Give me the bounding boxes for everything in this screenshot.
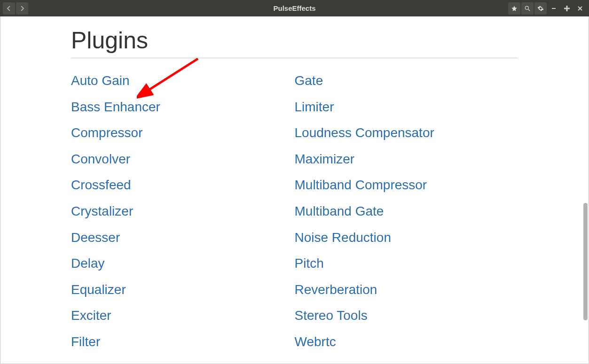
gear-icon: [537, 5, 544, 12]
svg-line-1: [528, 9, 530, 11]
scrollbar-thumb[interactable]: [583, 203, 588, 320]
plugin-link-multiband-gate[interactable]: Multiband Gate: [295, 198, 518, 225]
plugin-link-multiband-compressor[interactable]: Multiband Compressor: [295, 172, 518, 198]
plugin-link-crossfeed[interactable]: Crossfeed: [71, 172, 295, 198]
plugin-link-exciter[interactable]: Exciter: [71, 302, 295, 329]
nav-buttons: [3, 2, 28, 15]
plugin-link-limiter[interactable]: Limiter: [295, 94, 518, 120]
plugin-link-gate[interactable]: Gate: [295, 68, 518, 94]
plugin-column-left: Auto Gain Bass Enhancer Compressor Convo…: [71, 68, 295, 355]
content-wrapper: Plugins Auto Gain Bass Enhancer Compress…: [0, 16, 589, 364]
favorite-button[interactable]: [508, 2, 520, 15]
close-button[interactable]: [574, 2, 586, 15]
plugin-link-compressor[interactable]: Compressor: [71, 120, 295, 146]
titlebar: PulseEffects: [0, 0, 589, 16]
arrow-right-icon: [19, 6, 25, 11]
plugin-link-loudness-compensator[interactable]: Loudness Compensator: [295, 120, 518, 146]
right-buttons: [508, 2, 586, 15]
minimize-icon: [551, 6, 556, 11]
back-button[interactable]: [3, 2, 15, 15]
plugin-link-crystalizer[interactable]: Crystalizer: [71, 198, 295, 225]
plugin-link-webrtc[interactable]: Webrtc: [295, 329, 518, 355]
svg-point-0: [525, 6, 528, 9]
plugin-link-maximizer[interactable]: Maximizer: [295, 146, 518, 172]
plugin-link-deesser[interactable]: Deesser: [71, 225, 295, 251]
forward-button[interactable]: [16, 2, 28, 15]
svg-rect-2: [552, 8, 556, 9]
plugin-link-auto-gain[interactable]: Auto Gain: [71, 68, 295, 94]
search-button[interactable]: [521, 2, 534, 15]
plugin-link-noise-reduction[interactable]: Noise Reduction: [295, 225, 518, 251]
plugin-link-filter[interactable]: Filter: [71, 329, 295, 355]
maximize-icon: [564, 6, 570, 11]
search-icon: [524, 5, 531, 12]
plugin-link-delay[interactable]: Delay: [71, 250, 295, 277]
maximize-button[interactable]: [561, 2, 573, 15]
plugin-link-bass-enhancer[interactable]: Bass Enhancer: [71, 94, 295, 120]
plugin-link-convolver[interactable]: Convolver: [71, 146, 295, 172]
minimize-button[interactable]: [548, 2, 560, 15]
settings-button[interactable]: [534, 2, 547, 15]
plugin-columns: Auto Gain Bass Enhancer Compressor Convo…: [71, 68, 518, 355]
content: Plugins Auto Gain Bass Enhancer Compress…: [0, 16, 589, 364]
plugin-link-equalizer[interactable]: Equalizer: [71, 277, 295, 303]
plugin-link-stereo-tools[interactable]: Stereo Tools: [295, 302, 518, 329]
close-icon: [578, 6, 582, 11]
svg-rect-4: [564, 8, 570, 9]
star-icon: [511, 5, 518, 12]
plugin-column-right: Gate Limiter Loudness Compensator Maximi…: [295, 68, 518, 355]
arrow-left-icon: [6, 6, 12, 11]
window-title: PulseEffects: [273, 4, 315, 12]
plugin-link-pitch[interactable]: Pitch: [295, 250, 518, 277]
plugin-link-reverberation[interactable]: Reverberation: [295, 277, 518, 303]
page-title: Plugins: [71, 27, 518, 58]
